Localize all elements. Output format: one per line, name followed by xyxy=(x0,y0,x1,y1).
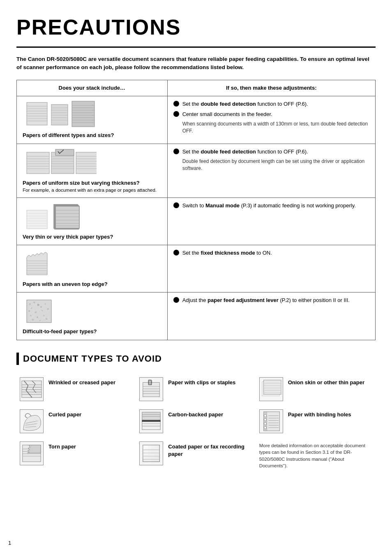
adj-note-different-types: When scanning documents with a width of … xyxy=(182,121,369,135)
adj-bullet-thin-thick-0: Switch to Manual mode (P.3) if automatic… xyxy=(173,202,369,209)
intro-paragraph: The Canon DR-5020/5080C are versatile do… xyxy=(16,55,376,72)
svg-point-81 xyxy=(44,315,45,316)
adj-list-different-types: Set the double feed detection function t… xyxy=(173,100,369,118)
illus-difficult-feed xyxy=(23,297,161,325)
avoid-item-curled: Curled paper xyxy=(16,405,136,437)
adj-note-uniform-size-varying-thickness: Double feed detection by document length… xyxy=(182,158,369,172)
svg-rect-68 xyxy=(27,300,51,323)
bullet-text: Set the double feed detection function t… xyxy=(182,100,308,108)
svg-rect-106 xyxy=(142,412,160,420)
coated-icon xyxy=(139,441,163,465)
binding-label: Paper with binding holes xyxy=(288,409,351,418)
bullet-text: Center small documents in the feeder. xyxy=(182,111,272,118)
svg-point-128 xyxy=(264,415,266,417)
svg-point-84 xyxy=(46,318,47,320)
svg-rect-108 xyxy=(142,420,160,422)
table-row-difficult-feed-left: Difficult-to-feed paper types? xyxy=(17,293,168,340)
binding-icon xyxy=(259,409,283,433)
table-row-thin-thick-right: Switch to Manual mode (P.3) if automatic… xyxy=(167,197,375,245)
bullet-text: Adjust the paper feed adjustment lever (… xyxy=(182,297,350,304)
svg-point-70 xyxy=(33,302,35,303)
table-col2-header: If so, then make these adjustments: xyxy=(167,80,375,96)
table-row-uniform-size-varying-thickness-left: Papers of uniform size but varying thick… xyxy=(17,144,168,197)
bullet-text: Set the fixed thickness mode to ON. xyxy=(182,249,272,257)
illus-uneven-top xyxy=(23,249,161,278)
avoid-item-wrinkled: Wrinkled or creased paper xyxy=(16,373,136,405)
carbon-label: Carbon-backed paper xyxy=(168,409,223,418)
svg-point-130 xyxy=(264,423,266,425)
svg-point-77 xyxy=(42,310,43,311)
bullet-icon xyxy=(173,101,179,107)
row-label-difficult-feed: Difficult-to-feed paper types? xyxy=(23,328,161,335)
avoid-item-torn: Torn paper xyxy=(16,437,136,469)
onion-label: Onion skin or other thin paper xyxy=(288,377,364,386)
avoid-section: DOCUMENT TYPES TO AVOID Wrinkled or crea… xyxy=(16,353,376,473)
adj-bullet-difficult-feed-0: Adjust the paper feed adjustment lever (… xyxy=(173,297,369,304)
svg-point-131 xyxy=(264,427,266,429)
svg-point-71 xyxy=(37,304,39,306)
svg-rect-55 xyxy=(55,206,79,228)
avoid-note: More detailed information on acceptable … xyxy=(259,442,372,469)
bullet-icon xyxy=(173,297,179,303)
row-sublabel-uniform-size-varying-thickness: For example, a document with an extra pa… xyxy=(23,187,161,193)
bullet-icon xyxy=(173,111,179,117)
bullet-text: Set the double feed detection function t… xyxy=(182,148,308,156)
avoid-grid: Wrinkled or creased paper Curled paper xyxy=(16,373,376,473)
coated-label: Coated paper or fax recording paper xyxy=(168,441,252,457)
avoid-item-clips: Paper with clips or staples xyxy=(136,373,256,405)
svg-point-80 xyxy=(37,316,38,318)
clips-label: Paper with clips or staples xyxy=(168,377,235,386)
clips-icon xyxy=(139,377,163,401)
bullet-icon xyxy=(173,202,179,208)
svg-point-83 xyxy=(39,320,41,321)
onion-icon xyxy=(259,377,283,401)
avoid-col-3: Onion skin or other thin paper xyxy=(256,373,376,473)
wrinkled-label: Wrinkled or creased paper xyxy=(48,377,115,386)
bullet-icon xyxy=(173,250,179,255)
table-col1-header: Does your stack include… xyxy=(17,80,168,96)
precautions-table: Does your stack include… If so, then mak… xyxy=(16,80,376,340)
svg-rect-39 xyxy=(76,152,97,174)
torn-icon xyxy=(20,441,44,465)
svg-point-74 xyxy=(45,304,46,305)
table-row-different-types-left: Papers of different types and sizes? xyxy=(17,96,168,144)
bullet-text: Switch to Manual mode (P.3) if automatic… xyxy=(182,202,356,209)
svg-point-129 xyxy=(264,419,266,421)
svg-rect-107 xyxy=(142,421,160,430)
adj-list-uniform-size-varying-thickness: Set the double feed detection function t… xyxy=(173,148,369,156)
svg-point-75 xyxy=(28,310,30,312)
torn-label: Torn paper xyxy=(48,441,76,451)
adj-bullet-uneven-top-0: Set the fixed thickness mode to ON. xyxy=(173,249,369,257)
wrinkled-icon xyxy=(20,377,44,401)
avoid-col-2: Paper with clips or staples Carbon-backe… xyxy=(136,373,256,473)
svg-rect-15 xyxy=(72,101,95,127)
avoid-item-onion: Onion skin or other thin paper xyxy=(256,373,376,405)
table-row-uneven-top-right: Set the fixed thickness mode to ON. xyxy=(167,245,375,293)
svg-point-72 xyxy=(31,308,32,309)
row-label-different-types: Papers of different types and sizes? xyxy=(23,132,161,139)
table-row-uniform-size-varying-thickness-right: Set the double feed detection function t… xyxy=(167,144,375,197)
svg-point-76 xyxy=(35,311,37,313)
row-label-uneven-top: Papers with an uneven top edge? xyxy=(23,281,161,288)
carbon-icon xyxy=(139,409,163,433)
adj-list-thin-thick: Switch to Manual mode (P.3) if automatic… xyxy=(173,202,369,209)
svg-point-79 xyxy=(30,315,32,316)
bullet-icon xyxy=(173,149,179,154)
illus-different-types xyxy=(23,100,161,129)
table-row-thin-thick-left: Very thin or very thick paper types? xyxy=(17,197,168,245)
svg-rect-32 xyxy=(55,149,74,156)
table-row-uneven-top-left: Papers with an uneven top edge? xyxy=(17,245,168,293)
svg-rect-85 xyxy=(22,381,42,398)
avoid-section-title: DOCUMENT TYPES TO AVOID xyxy=(16,353,376,365)
svg-point-82 xyxy=(32,319,34,320)
page-number: 1 xyxy=(8,539,11,547)
avoid-note-item: More detailed information on acceptable … xyxy=(256,437,376,473)
curled-label: Curled paper xyxy=(48,409,81,418)
adj-list-uneven-top: Set the fixed thickness mode to ON. xyxy=(173,249,369,257)
avoid-item-coated: Coated paper or fax recording paper xyxy=(136,437,256,469)
adj-bullet-different-types-0: Set the double feed detection function t… xyxy=(173,100,369,108)
svg-rect-24 xyxy=(27,152,49,174)
row-label-thin-thick: Very thin or very thick paper types? xyxy=(23,233,161,241)
adj-list-difficult-feed: Adjust the paper feed adjustment lever (… xyxy=(173,297,369,304)
page-title: PRECAUTIONS xyxy=(16,12,376,48)
